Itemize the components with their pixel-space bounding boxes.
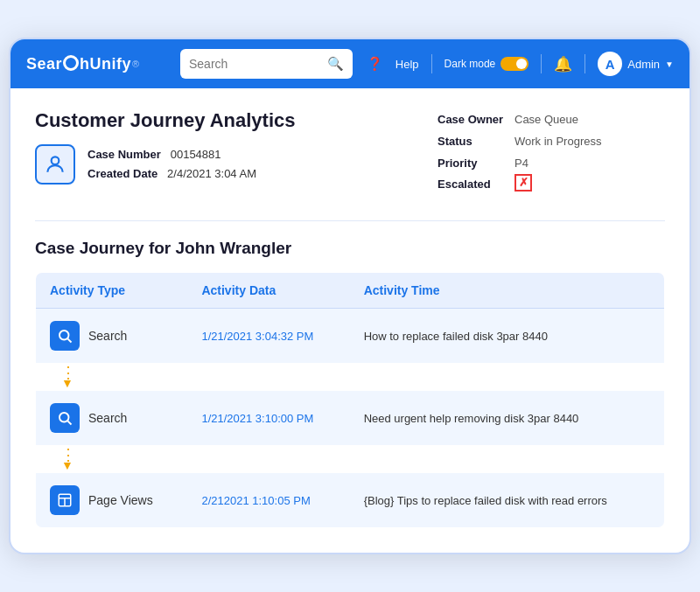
chevron-down-icon: ▼ (665, 59, 674, 69)
down-arrow-icon: ⋮ ▼ (60, 365, 74, 389)
case-owner-row: Case Owner Case Queue (438, 109, 665, 131)
activity-type-cell: Search (36, 308, 188, 363)
toggle-switch[interactable] (500, 57, 528, 71)
case-number-row: Case Number 00154881 Created Date 2/4/20… (35, 144, 296, 185)
header-actions: ❓ Help Dark mode 🔔 A Admin ▼ (367, 52, 674, 76)
priority-value: P4 (514, 153, 528, 175)
case-number-value: 00154881 (171, 148, 221, 161)
col-activity-time: Activity Time (350, 272, 665, 308)
search-input[interactable] (189, 57, 320, 71)
activity-icon-search (50, 403, 80, 433)
page-title: Customer Journey Analytics (35, 109, 296, 132)
search-bar[interactable]: 🔍 (180, 49, 353, 79)
svg-point-3 (60, 413, 69, 422)
arrow-cell: ⋮ ▼ (36, 363, 665, 391)
app-header: Sear hUnify ® 🔍 ❓ Help Dark mode 🔔 A Adm… (10, 39, 690, 88)
case-left: Customer Journey Analytics Case Number 0… (35, 109, 296, 185)
owner-value: Case Queue (514, 109, 578, 131)
activity-data-cell: 1/21/2021 3:04:32 PM (187, 308, 349, 363)
help-icon: ❓ (367, 56, 383, 72)
help-link[interactable]: Help (396, 58, 419, 71)
activity-time-cell: Need urgent help removing disk 3par 8440 (350, 391, 665, 445)
col-activity-type: Activity Type (36, 272, 188, 308)
case-number-label: Case Number (88, 148, 161, 161)
svg-line-4 (67, 421, 71, 424)
priority-label: Priority (438, 153, 508, 175)
case-avatar (35, 144, 75, 185)
activity-data-value: 1/21/2021 3:04:32 PM (201, 330, 313, 343)
arrow-cell: ⋮ ▼ (36, 445, 665, 473)
activity-data-cell: 1/21/2021 3:10:00 PM (187, 391, 349, 445)
escalated-label: Escalated (438, 174, 508, 196)
logo: Sear hUnify ® (26, 55, 166, 73)
section-divider (35, 220, 665, 221)
logo-text-end: hUnify (80, 55, 131, 73)
svg-point-1 (60, 331, 69, 340)
escalated-row: Escalated ✗ (438, 174, 665, 196)
logo-icon (63, 55, 79, 71)
table-row: Search 1/21/2021 3:04:32 PM How to repla… (36, 308, 665, 363)
priority-row: Priority P4 (438, 153, 665, 175)
divider3 (584, 54, 585, 73)
case-right: Case Owner Case Queue Status Work in Pro… (438, 109, 665, 196)
status-row: Status Work in Progress (438, 131, 665, 153)
svg-point-0 (52, 157, 60, 164)
status-value: Work in Progress (514, 131, 601, 153)
admin-avatar: A (598, 52, 622, 76)
down-arrow-icon: ⋮ ▼ (60, 447, 74, 471)
status-label: Status (438, 131, 508, 153)
arrow-row: ⋮ ▼ (36, 363, 665, 391)
table-header-row: Activity Type Activity Data Activity Tim… (36, 272, 665, 308)
dark-mode-toggle[interactable]: Dark mode (444, 57, 529, 71)
divider2 (541, 54, 542, 73)
table-row: Page Views 2/212021 1:10:05 PM {Blog} Ti… (36, 473, 665, 528)
admin-label: Admin (627, 58, 660, 71)
notification-icon[interactable]: 🔔 (554, 55, 572, 73)
activity-desc: How to replace failed disk 3par 8440 (364, 330, 548, 343)
case-meta: Case Number 00154881 Created Date 2/4/20… (88, 145, 256, 184)
case-info-section: Customer Journey Analytics Case Number 0… (35, 109, 665, 196)
escalated-icon: ✗ (514, 174, 532, 192)
svg-line-2 (67, 338, 71, 342)
logo-text-start: Sear (26, 55, 62, 73)
owner-label: Case Owner (438, 109, 508, 131)
activity-data-cell: 2/212021 1:10:05 PM (187, 473, 349, 528)
activity-desc: {Blog} Tips to replace failed disk with … (364, 494, 607, 507)
search-icon: 🔍 (327, 56, 344, 72)
journey-section: Case Journey for John Wrangler Activity … (35, 239, 665, 528)
main-content: Customer Journey Analytics Case Number 0… (10, 88, 690, 553)
table-row: Search 1/21/2021 3:10:00 PM Need urgent … (36, 391, 665, 445)
activity-time-cell: {Blog} Tips to replace failed disk with … (350, 473, 665, 528)
activity-time-cell: How to replace failed disk 3par 8440 (350, 308, 665, 363)
admin-menu[interactable]: A Admin ▼ (598, 52, 674, 76)
activity-type-label: Search (88, 411, 127, 425)
activity-data-value: 2/212021 1:10:05 PM (201, 494, 310, 507)
activity-data-value: 1/21/2021 3:10:00 PM (201, 412, 313, 425)
col-activity-data: Activity Data (187, 272, 349, 308)
journey-title: Case Journey for John Wrangler (35, 239, 665, 258)
activity-icon-book (50, 485, 80, 515)
activity-desc: Need urgent help removing disk 3par 8440 (364, 412, 579, 425)
activity-type-cell: Search (36, 391, 188, 445)
activity-type-label: Search (88, 329, 127, 343)
created-date-label: Created Date (88, 167, 158, 180)
arrow-row: ⋮ ▼ (36, 445, 665, 473)
created-date-value: 2/4/2021 3:04 AM (167, 167, 256, 180)
journey-table: Activity Type Activity Data Activity Tim… (35, 272, 665, 528)
divider (431, 54, 432, 73)
activity-type-cell: Page Views (36, 473, 188, 528)
dark-mode-label: Dark mode (444, 58, 496, 70)
activity-type-label: Page Views (88, 493, 153, 507)
activity-icon-search (50, 321, 80, 351)
